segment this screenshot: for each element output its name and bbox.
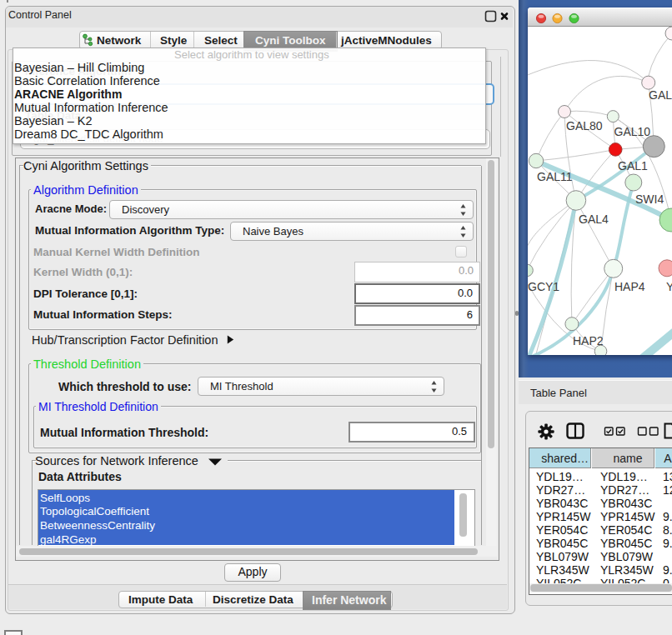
svg-text:HAP2: HAP2 — [573, 334, 604, 348]
svg-text:SWI4: SWI4 — [635, 192, 664, 206]
svg-text:GAL80: GAL80 — [566, 119, 603, 132]
svg-text:GCY1: GCY1 — [528, 280, 559, 293]
svg-text:GAL1: GAL1 — [618, 159, 648, 172]
svg-text:GAL10: GAL10 — [614, 125, 651, 138]
svg-text:HAP4: HAP4 — [614, 280, 645, 293]
svg-text:GAL7: GAL7 — [649, 88, 672, 102]
svg-text:GAL4: GAL4 — [579, 212, 609, 226]
svg-text:Y: Y — [666, 280, 672, 293]
svg-text:GAL11: GAL11 — [537, 170, 573, 183]
